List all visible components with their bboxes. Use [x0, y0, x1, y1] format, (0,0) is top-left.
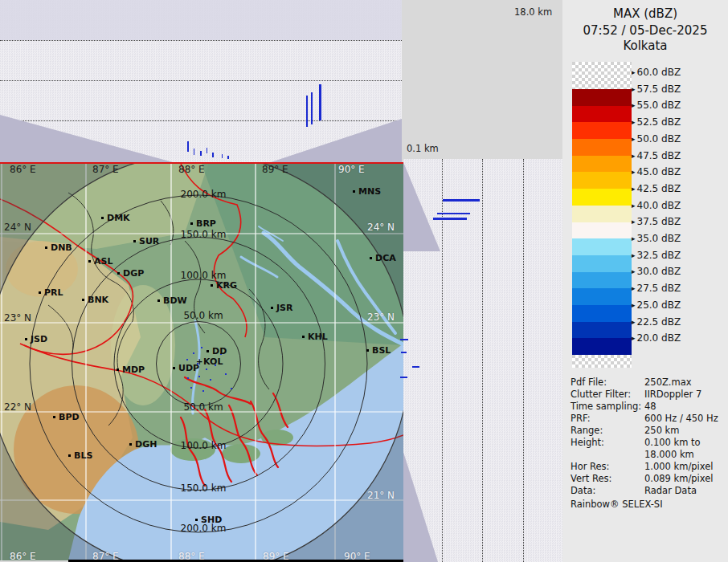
metadata-row: Range:250 km — [571, 425, 725, 437]
legend-arrow-icon: ▸ — [632, 168, 636, 176]
legend-band — [572, 139, 632, 156]
legend-label: ▸30.0 dBZ — [632, 265, 681, 278]
legend-value: 57.5 dBZ — [637, 83, 681, 95]
max-height-axis-label: 18.0 km — [514, 6, 552, 18]
legend-value: 22.5 dBZ — [637, 316, 681, 328]
legend-arrow-icon: ▸ — [632, 334, 636, 342]
metadata-label: Pdf File: — [571, 377, 644, 389]
legend-band — [572, 122, 632, 139]
metadata-value: 1.000 km/pixel — [644, 461, 714, 473]
reflectivity-echo — [311, 92, 313, 124]
legend-arrow-icon: ▸ — [632, 218, 636, 226]
legend-band — [572, 62, 632, 89]
metadata-label: Hor Res: — [571, 461, 644, 473]
metadata-value: 18.000 km — [644, 449, 694, 461]
metadata-value: Radar Data — [644, 485, 697, 497]
metadata-value: IIRDoppler 7 — [644, 389, 701, 401]
legend-label: ▸42.5 dBZ — [632, 182, 681, 195]
metadata-label: Time sampling: — [571, 401, 644, 413]
legend-value: 30.0 dBZ — [637, 266, 681, 277]
product-datetime: 07:52 / 05-Dec-2025 — [562, 23, 728, 38]
reflectivity-echo — [212, 153, 214, 157]
legend-arrow-icon: ▸ — [632, 101, 636, 109]
legend-label: ▸27.5 dBZ — [632, 282, 681, 295]
legend-arrow-icon: ▸ — [632, 135, 636, 143]
metadata-row: Data:Radar Data — [571, 485, 725, 497]
no-data-wedge — [403, 452, 438, 562]
legend-value: 35.0 dBZ — [637, 233, 681, 244]
legend-value: 50.0 dBZ — [637, 133, 681, 145]
legend-band — [572, 355, 632, 368]
legend-label: ▸37.5 dBZ — [632, 215, 681, 228]
legend-value: 45.0 dBZ — [637, 166, 681, 177]
metadata-row: Height:0.100 km to — [571, 437, 725, 449]
metadata-row: Time sampling:48 — [571, 401, 725, 413]
top-cross-section-panel — [0, 0, 402, 162]
legend-value: 20.0 dBZ — [637, 332, 681, 344]
legend-band — [572, 255, 632, 272]
metadata-value: 0.089 km/pixel — [644, 473, 714, 485]
legend-arrow-icon: ▸ — [632, 318, 636, 326]
metadata-label: Clutter Filter: — [571, 389, 644, 401]
right-cross-section-panel — [403, 159, 562, 562]
info-panel: MAX (dBZ) 07:52 / 05-Dec-2025 Kolkata ▸6… — [562, 0, 728, 562]
legend-label: ▸32.5 dBZ — [632, 249, 681, 262]
legend-band — [572, 222, 632, 239]
metadata-label: PRF: — [571, 413, 644, 425]
radar-map — [0, 162, 403, 560]
legend-band — [572, 189, 632, 206]
metadata-label: Range: — [571, 425, 644, 437]
metadata-value: 48 — [644, 401, 656, 413]
legend-value: 42.5 dBZ — [637, 183, 681, 194]
legend-arrow-icon: ▸ — [632, 284, 636, 292]
legend-arrow-icon: ▸ — [632, 185, 636, 193]
product-title: MAX (dBZ) — [562, 6, 728, 21]
legend-label: ▸52.5 dBZ — [632, 116, 681, 128]
color-scale — [572, 62, 632, 368]
metadata-label: Height: — [571, 437, 644, 449]
legend-band — [572, 288, 632, 305]
legend-label: ▸55.0 dBZ — [632, 99, 681, 112]
metadata-row: Clutter Filter:IIRDoppler 7 — [571, 389, 725, 401]
legend-label: ▸40.0 dBZ — [632, 199, 681, 212]
metadata-row: Vert Res:0.089 km/pixel — [571, 473, 725, 485]
legend-arrow-icon: ▸ — [632, 202, 636, 210]
legend-label: ▸25.0 dBZ — [632, 299, 681, 312]
legend-arrow-icon: ▸ — [632, 118, 636, 126]
software-credit: Rainbow® SELEX-SI — [571, 499, 663, 510]
height-gridline — [482, 159, 483, 562]
legend-value: 25.0 dBZ — [637, 299, 681, 311]
legend-band — [572, 305, 632, 322]
legend-band — [572, 238, 632, 255]
legend-band — [572, 172, 632, 189]
legend-arrow-icon: ▸ — [632, 251, 636, 259]
legend-label: ▸22.5 dBZ — [632, 316, 681, 328]
metadata-row: 18.000 km — [571, 449, 725, 461]
metadata-label: Vert Res: — [571, 473, 644, 485]
reflectivity-echo — [319, 84, 321, 120]
legend-label: ▸57.5 dBZ — [632, 83, 681, 96]
legend-arrow-icon: ▸ — [632, 301, 636, 309]
station-name: Kolkata — [562, 39, 728, 53]
reflectivity-echo — [222, 154, 223, 158]
legend-label: ▸45.0 dBZ — [632, 165, 681, 178]
height-gridline — [523, 159, 524, 562]
legend-band — [572, 106, 632, 123]
legend-band — [572, 89, 632, 106]
legend-value: 55.0 dBZ — [637, 100, 681, 111]
radar-display-window: { "header": { "title": "MAX (dBZ)", "dat… — [0, 0, 728, 562]
min-height-axis-label: 0.1 km — [407, 143, 439, 154]
legend-arrow-icon: ▸ — [632, 152, 636, 160]
metadata-row: Hor Res:1.000 km/pixel — [571, 461, 725, 473]
legend-arrow-icon: ▸ — [632, 234, 636, 242]
metadata-value: 250 km — [644, 425, 679, 437]
legend-arrow-icon: ▸ — [632, 68, 636, 76]
legend-value: 52.5 dBZ — [637, 116, 681, 128]
legend-arrow-icon: ▸ — [632, 85, 636, 93]
legend-band — [572, 272, 632, 289]
metadata-row: Pdf File:250Z.max — [571, 377, 725, 389]
legend-value: 47.5 dBZ — [637, 150, 681, 161]
metadata-value: 0.100 km to — [644, 437, 701, 449]
reflectivity-echo — [194, 149, 194, 155]
height-gridline — [442, 159, 443, 562]
